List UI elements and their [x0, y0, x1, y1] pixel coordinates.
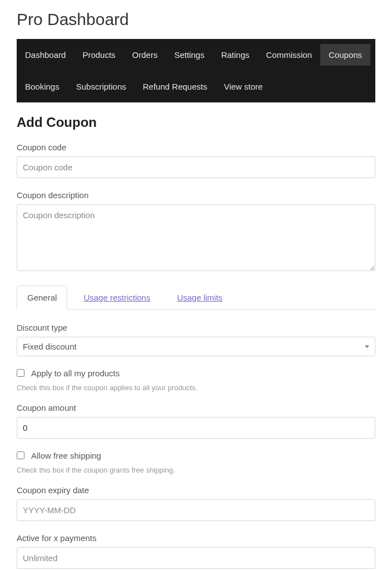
nav-item-subscriptions[interactable]: Subscriptions: [68, 71, 135, 102]
coupon-description-textarea[interactable]: [17, 204, 375, 271]
page-title: Pro Dashboard: [17, 10, 375, 29]
nav-item-products[interactable]: Products: [74, 39, 123, 71]
nav-item-bookings[interactable]: Bookings: [17, 71, 68, 102]
expiry-date-input[interactable]: [17, 499, 375, 521]
field-apply-all: Apply to all my products: [17, 368, 375, 378]
apply-all-label: Apply to all my products: [31, 368, 120, 378]
chevron-down-icon: [365, 345, 369, 348]
coupon-amount-input[interactable]: [17, 417, 375, 439]
free-shipping-checkbox[interactable]: [17, 451, 24, 459]
section-title: Add Coupon: [17, 115, 375, 130]
discount-type-value: Fixed discount: [23, 342, 77, 351]
nav-item-settings[interactable]: Settings: [166, 39, 212, 71]
nav-item-view-store[interactable]: View store: [216, 71, 271, 102]
apply-all-help: Check this box if the coupon applies to …: [17, 384, 375, 392]
nav-item-refund-requests[interactable]: Refund Requests: [135, 71, 216, 102]
free-shipping-label: Allow free shipping: [31, 451, 101, 460]
field-expiry-date: Coupon expiry date: [17, 485, 375, 521]
expiry-date-label: Coupon expiry date: [17, 485, 375, 495]
coupon-amount-label: Coupon amount: [17, 403, 375, 412]
nav-item-commission[interactable]: Commission: [258, 39, 321, 71]
free-shipping-help: Check this box if the coupon grants free…: [17, 466, 375, 474]
field-discount-type: Discount type Fixed discount: [17, 323, 375, 356]
nav-item-dashboard[interactable]: Dashboard: [17, 39, 74, 71]
tab-usage-limits[interactable]: Usage limits: [166, 286, 233, 309]
coupon-tabs: General Usage restrictions Usage limits: [17, 286, 375, 309]
field-coupon-amount: Coupon amount: [17, 403, 375, 439]
apply-all-checkbox[interactable]: [17, 369, 24, 377]
field-coupon-code: Coupon code: [17, 142, 375, 178]
coupon-code-input[interactable]: [17, 156, 375, 178]
field-coupon-description: Coupon description: [17, 190, 375, 273]
active-for-label: Active for x payments: [17, 533, 375, 543]
coupon-description-label: Coupon description: [17, 190, 375, 200]
coupon-code-label: Coupon code: [17, 142, 375, 152]
field-active-for: Active for x payments: [17, 533, 375, 569]
field-free-shipping: Allow free shipping: [17, 451, 375, 460]
tab-general[interactable]: General: [17, 286, 67, 309]
active-for-input[interactable]: [17, 547, 375, 569]
discount-type-select[interactable]: Fixed discount: [17, 337, 375, 356]
nav-item-ratings[interactable]: Ratings: [213, 39, 258, 71]
main-nav: Dashboard Products Orders Settings Ratin…: [17, 39, 375, 102]
nav-item-orders[interactable]: Orders: [124, 39, 166, 71]
nav-item-coupons[interactable]: Coupons: [320, 44, 370, 66]
tab-usage-restrictions[interactable]: Usage restrictions: [73, 286, 161, 309]
discount-type-label: Discount type: [17, 323, 375, 332]
